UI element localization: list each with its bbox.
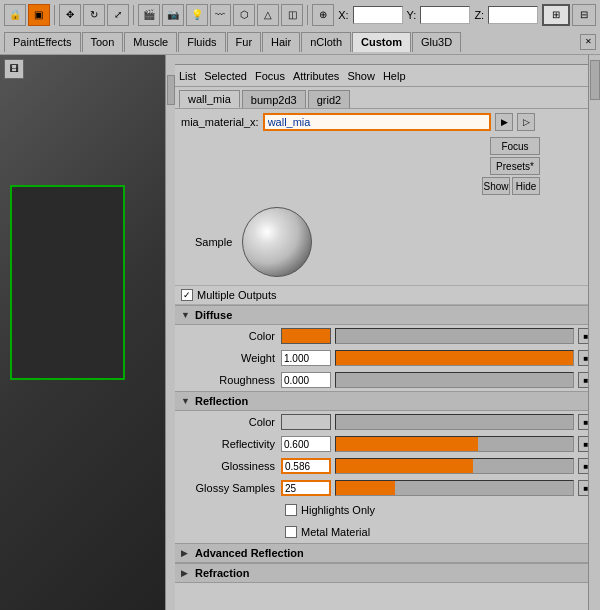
hide-button[interactable]: Hide	[512, 177, 540, 195]
reflectivity-input[interactable]	[281, 436, 331, 452]
viewport-scrollbar[interactable]	[165, 55, 175, 610]
surface-icon[interactable]: ⬡	[233, 4, 255, 26]
right-scrollbar[interactable]	[588, 55, 600, 610]
attr-tab-grid2[interactable]: grid2	[308, 90, 350, 108]
reflectivity-slider[interactable]	[335, 436, 574, 452]
y-label: Y:	[407, 9, 417, 21]
tab-custom[interactable]: Custom	[352, 32, 411, 52]
attr-tab-wall-mia[interactable]: wall_mia	[179, 90, 240, 108]
lock-icon[interactable]: 🔒	[4, 4, 26, 26]
x-label: X:	[338, 9, 348, 21]
metal-label: Metal Material	[301, 526, 370, 538]
node-btn-arrow1[interactable]: ▶	[495, 113, 513, 131]
diffuse-color-swatch[interactable]	[281, 328, 331, 344]
side-buttons-row: Focus	[175, 135, 600, 155]
diffuse-roughness-input[interactable]	[281, 372, 331, 388]
viewport-inner-box	[10, 185, 125, 380]
tab-ncloth[interactable]: nCloth	[301, 32, 351, 52]
node-btn-arrow2[interactable]: ▷	[517, 113, 535, 131]
tab-painteffects[interactable]: PaintEffects	[4, 32, 81, 52]
tab-muscle[interactable]: Muscle	[124, 32, 177, 52]
show-hide-row: Show Hide	[175, 175, 600, 195]
y-input[interactable]	[420, 6, 470, 24]
show-button[interactable]: Show	[482, 177, 510, 195]
focus-button[interactable]: Focus	[490, 137, 540, 155]
close-icon[interactable]: ✕	[580, 34, 596, 50]
curve-icon[interactable]: 〰	[210, 4, 232, 26]
diffuse-weight-slider[interactable]	[335, 350, 574, 366]
reflection-color-slider[interactable]	[335, 414, 574, 430]
presets-button[interactable]: Presets*	[490, 157, 540, 175]
snap-icon[interactable]: ⊕	[312, 4, 334, 26]
menu-attributes[interactable]: Attributes	[293, 70, 339, 82]
diffuse-arrow: ▼	[181, 310, 191, 320]
adv-reflection-title: Advanced Reflection	[195, 547, 304, 559]
tab-fluids[interactable]: Fluids	[178, 32, 225, 52]
glossy-samples-input[interactable]	[281, 480, 331, 496]
subdiv-icon[interactable]: ◫	[281, 4, 303, 26]
diffuse-weight-input[interactable]	[281, 350, 331, 366]
menu-focus[interactable]: Focus	[255, 70, 285, 82]
render-icon[interactable]: 🎬	[138, 4, 160, 26]
diffuse-color-slider[interactable]	[335, 328, 574, 344]
sample-sphere	[242, 207, 312, 277]
poly-icon[interactable]: △	[257, 4, 279, 26]
sample-area: Sample	[175, 199, 600, 285]
tab-hair[interactable]: Hair	[262, 32, 300, 52]
toolbar-row2: PaintEffects Toon Muscle Fluids Fur Hair…	[0, 29, 600, 54]
metal-checkbox[interactable]	[285, 526, 297, 538]
right-scroll-thumb[interactable]	[590, 60, 600, 100]
light-icon[interactable]: 💡	[186, 4, 208, 26]
metal-row: Metal Material	[175, 521, 600, 543]
move-icon[interactable]: ✥	[59, 4, 81, 26]
rotate-icon[interactable]: ↻	[83, 4, 105, 26]
reflection-color-swatch[interactable]	[281, 414, 331, 430]
reflectivity-row: Reflectivity ■	[175, 433, 600, 455]
glossiness-slider[interactable]	[335, 458, 574, 474]
presets-button-row: Presets*	[175, 155, 600, 175]
layout-icon1[interactable]: ⊞	[542, 4, 570, 26]
attr-menu-bar: List Selected Focus Attributes Show Help	[175, 65, 600, 87]
diffuse-color-row: Color ■	[175, 325, 600, 347]
viewport-scroll-thumb[interactable]	[167, 75, 175, 105]
attr-tabs: wall_mia bump2d3 grid2	[175, 87, 600, 109]
attr-tab-bump2d3[interactable]: bump2d3	[242, 90, 306, 108]
separator2	[133, 5, 134, 25]
left-panel: 🎞	[0, 55, 175, 610]
node-name-input[interactable]	[263, 113, 491, 131]
diffuse-roughness-label: Roughness	[181, 374, 281, 386]
section-diffuse-header[interactable]: ▼ Diffuse	[175, 305, 600, 325]
reflection-color-row: Color ■	[175, 411, 600, 433]
section-adv-reflection-header[interactable]: ▶ Advanced Reflection	[175, 543, 600, 563]
menu-help[interactable]: Help	[383, 70, 406, 82]
reflection-title: Reflection	[195, 395, 248, 407]
tab-glu3d[interactable]: Glu3D	[412, 32, 461, 52]
menu-selected[interactable]: Selected	[204, 70, 247, 82]
x-input[interactable]	[353, 6, 403, 24]
menu-show[interactable]: Show	[347, 70, 375, 82]
scale-icon[interactable]: ⤢	[107, 4, 129, 26]
top-hscroll[interactable]	[175, 55, 600, 65]
multiple-outputs-checkbox[interactable]	[181, 289, 193, 301]
camera-icon[interactable]: 📷	[162, 4, 184, 26]
viewport-area[interactable]: 🎞	[0, 55, 175, 610]
glossy-samples-row: Glossy Samples ■	[175, 477, 600, 499]
highlights-checkbox[interactable]	[285, 504, 297, 516]
tab-toon[interactable]: Toon	[82, 32, 124, 52]
layout-icon2[interactable]: ⊟	[572, 4, 596, 26]
tab-fur[interactable]: Fur	[227, 32, 262, 52]
z-input[interactable]	[488, 6, 538, 24]
menu-list[interactable]: List	[179, 70, 196, 82]
main-layout: 🎞 List Selected Focus Attributes Show He…	[0, 55, 600, 610]
separator3	[307, 5, 308, 25]
glossy-samples-slider[interactable]	[335, 480, 574, 496]
section-refraction-header[interactable]: ▶ Refraction	[175, 563, 600, 583]
multiple-outputs-row: Multiple Outputs	[175, 285, 600, 305]
glossiness-input[interactable]	[281, 458, 331, 474]
select-icon[interactable]: ▣	[28, 4, 50, 26]
section-reflection-header[interactable]: ▼ Reflection	[175, 391, 600, 411]
diffuse-roughness-slider[interactable]	[335, 372, 574, 388]
separator1	[54, 5, 55, 25]
adv-reflection-arrow: ▶	[181, 548, 191, 558]
node-name-label: mia_material_x:	[181, 116, 259, 128]
